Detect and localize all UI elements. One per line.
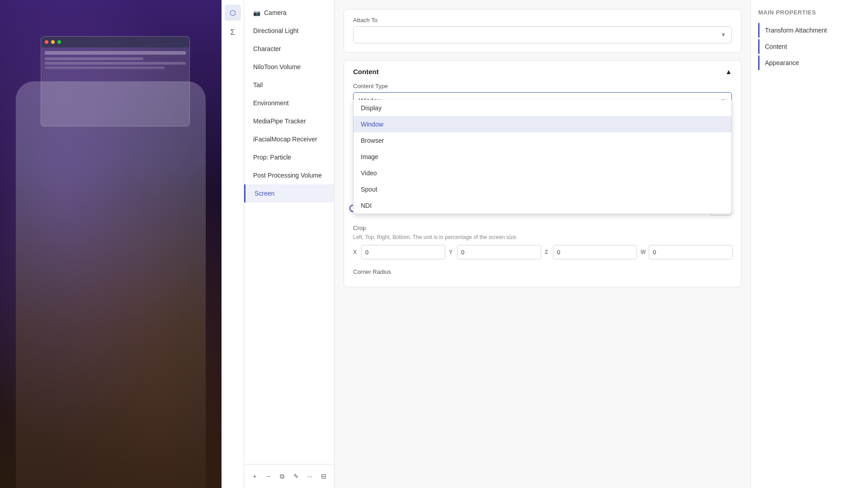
content-body: Content Type Window ▼ Display Window Bro… [344, 83, 741, 287]
option-window[interactable]: Window [354, 116, 731, 132]
right-panel: Main Properties Transform Attachment Con… [750, 0, 868, 488]
crop-x-input[interactable] [361, 245, 445, 259]
sigma-icon[interactable]: Σ [225, 24, 241, 41]
option-image[interactable]: Image [354, 149, 731, 165]
sidebar-item-character[interactable]: Character [244, 40, 334, 58]
crop-field-x: X [353, 245, 445, 259]
main-panel: Attach To ▼ Content ▲ Content Type Windo… [335, 0, 750, 488]
sidebar-item-ifacialmocap-receiver[interactable]: iFacialMocap Receiver [244, 130, 334, 148]
sidebar-item-nilotoon-volume[interactable]: NiloToon Volume [244, 58, 334, 76]
crop-description: Left, Top, Right, Bottom. The unit is in… [353, 234, 732, 240]
toggle-button[interactable]: ⊟ [319, 470, 329, 483]
option-display[interactable]: Display [354, 100, 731, 116]
attach-to-label: Attach To [353, 17, 732, 23]
cube-icon[interactable]: ⬡ [225, 5, 241, 21]
right-panel-title: Main Properties [758, 9, 861, 16]
duplicate-button[interactable]: ⧉ [277, 470, 288, 483]
camera-icon: 📷 [253, 9, 260, 16]
overlay-browser-window [41, 36, 190, 127]
option-browser[interactable]: Browser [354, 132, 731, 149]
content-type-label: Content Type [353, 83, 732, 89]
remove-button[interactable]: − [264, 470, 274, 483]
sidebar-item-post-processing-volume[interactable]: Post Processing Volume [244, 166, 334, 184]
crop-section: Crop Left, Top, Right, Bottom. The unit … [353, 225, 732, 259]
crop-label: Crop [353, 225, 732, 231]
sidebar-item-prop-particle[interactable]: Prop: Particle [244, 148, 334, 166]
crop-fields: X Y Z W [353, 245, 732, 259]
crop-w-input[interactable] [649, 245, 733, 259]
crop-w-label: W [641, 249, 647, 255]
right-nav-transform-attachment[interactable]: Transform Attachment [758, 23, 861, 38]
attach-to-select[interactable]: ▼ [353, 26, 732, 43]
nav-panel: 📷 Camera Directional Light Character Nil… [244, 0, 335, 488]
anime-background-panel [0, 0, 222, 488]
sidebar-item-camera[interactable]: 📷 Camera [244, 4, 334, 22]
crop-field-y: Y [449, 245, 541, 259]
content-title: Content [353, 68, 379, 75]
option-ndi[interactable]: NDI [354, 197, 731, 214]
content-type-dropdown: Display Window Browser Image Video Spout… [353, 100, 732, 214]
collapse-icon: ▲ [725, 68, 732, 75]
option-spout[interactable]: Spout [354, 181, 731, 197]
add-button[interactable]: + [250, 470, 260, 483]
more-button[interactable]: ··· [305, 470, 315, 483]
chevron-down-icon: ▼ [721, 32, 726, 38]
crop-z-label: Z [545, 249, 551, 255]
crop-y-input[interactable] [457, 245, 541, 259]
crop-z-input[interactable] [553, 245, 637, 259]
content-section: Content ▲ Content Type Window ▼ Display … [344, 60, 741, 287]
right-nav-content[interactable]: Content [758, 39, 861, 54]
crop-x-label: X [353, 249, 359, 255]
sidebar-item-environment[interactable]: Environment [244, 94, 334, 112]
content-type-container: Content Type Window ▼ Display Window Bro… [353, 83, 732, 109]
sidebar-item-screen[interactable]: Screen [244, 184, 334, 202]
sidebar-item-tail[interactable]: Tail [244, 76, 334, 94]
option-video[interactable]: Video [354, 165, 731, 181]
edit-button[interactable]: ✎ [291, 470, 302, 483]
corner-radius-section: Corner Radius [353, 268, 732, 275]
icon-sidebar: ⬡ Σ [222, 0, 244, 488]
crop-field-w: W [641, 245, 733, 259]
nav-footer: + − ⧉ ✎ ··· ⊟ [244, 464, 334, 488]
sidebar-item-mediapipe-tracker[interactable]: MediaPipe Tracker [244, 112, 334, 130]
corner-radius-label: Corner Radius [353, 268, 732, 275]
attach-to-section: Attach To ▼ [344, 9, 741, 53]
content-section-header[interactable]: Content ▲ [344, 61, 741, 83]
crop-y-label: Y [449, 249, 455, 255]
nav-list: 📷 Camera Directional Light Character Nil… [244, 0, 334, 464]
crop-field-z: Z [545, 245, 637, 259]
sidebar-item-directional-light[interactable]: Directional Light [244, 22, 334, 40]
right-nav-appearance[interactable]: Appearance [758, 56, 861, 70]
